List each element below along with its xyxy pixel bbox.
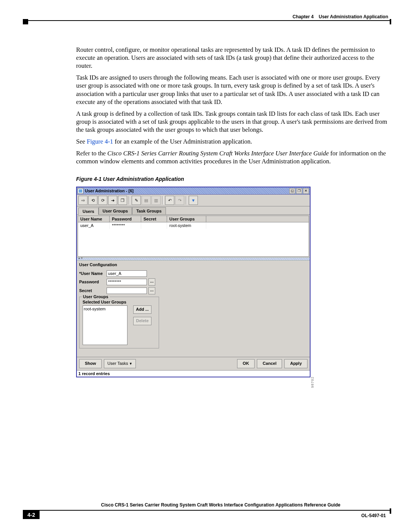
panel-title: User Configuration	[79, 261, 307, 269]
filter-icon[interactable]: ▼	[189, 196, 198, 205]
label-secret: Secret	[79, 288, 107, 293]
refresh-icon[interactable]: ⟲	[88, 196, 97, 205]
apply-button[interactable]: Apply	[284, 359, 307, 368]
window-title: User Administration - [6]	[85, 188, 134, 193]
tab-bar: Users User Groups Task Groups	[77, 206, 310, 215]
delete-icon[interactable]: ▥	[151, 196, 161, 205]
figure-caption: Figure 4-1 User Administration Applicati…	[76, 176, 388, 183]
config-panel: User Configuration *User Name user_A Pas…	[77, 260, 310, 351]
app-window: User Administration - [6] ◱ ❐ ✕ ⇨ ⟲ ⟳ ➔ …	[76, 187, 311, 377]
secret-field[interactable]	[107, 288, 147, 294]
close-icon[interactable]: ✕	[303, 188, 309, 194]
tab-user-groups[interactable]: User Groups	[99, 207, 132, 214]
tab-users[interactable]: Users	[78, 208, 99, 215]
header-title: User Administration Application	[319, 14, 388, 19]
password-field[interactable]: ********	[107, 279, 147, 285]
col-username[interactable]: User Name	[78, 216, 110, 222]
cell-username: user_A	[78, 222, 110, 228]
edit-icon[interactable]: ▤	[142, 196, 151, 205]
list-item[interactable]: root-system	[84, 306, 126, 312]
minimize-icon[interactable]: ◱	[289, 188, 295, 194]
new-icon[interactable]: ✎	[132, 196, 141, 205]
action-bar: Show User Tasks OK Cancel Apply	[77, 357, 310, 370]
window-icon	[78, 188, 83, 194]
label-username: *User Name	[79, 271, 107, 276]
redo-icon[interactable]: ↷	[175, 196, 184, 205]
figure-ref-link[interactable]: Figure 4-1	[87, 138, 113, 145]
page-number-badge: 4-2	[23, 511, 40, 519]
para-4: See Figure 4-1 for an example of the Use…	[76, 137, 388, 145]
fieldset-legend: User Groups	[82, 294, 110, 299]
header-square	[23, 19, 28, 24]
cell-usergroups: root-system	[167, 222, 206, 228]
add-button[interactable]: Add ...	[133, 305, 151, 314]
table-row[interactable]: user_A ******** root-system	[78, 222, 309, 228]
users-table: User Name Password Secret User Groups us…	[78, 216, 309, 256]
para-2: Task IDs are assigned to users through t…	[76, 73, 388, 105]
figure-number: 98702	[310, 377, 315, 388]
col-secret[interactable]: Secret	[141, 216, 167, 222]
window-titlebar: User Administration - [6] ◱ ❐ ✕	[77, 187, 310, 195]
splitter-handle[interactable]	[77, 257, 310, 260]
show-button[interactable]: Show	[79, 359, 102, 368]
cancel-button[interactable]: Cancel	[257, 359, 282, 368]
status-bar: 1 record entries	[77, 370, 310, 377]
header-bar-right	[390, 19, 391, 24]
maximize-icon[interactable]: ❐	[296, 188, 302, 194]
table-header: User Name Password Secret User Groups	[78, 216, 309, 222]
body-text: Router control, configure, or monitor op…	[76, 46, 388, 377]
para-5: Refer to the Cisco CRS-1 Series Carrier …	[76, 149, 388, 165]
user-tasks-dropdown[interactable]: User Tasks	[104, 359, 136, 368]
book-title: Cisco CRS-1 Series Carrier Routing Syste…	[107, 150, 329, 157]
toolbar: ⇨ ⟲ ⟳ ➔ ❐ ✎ ▤ ▥ ↶ ↷ ▼	[77, 195, 310, 206]
chapter-label: Chapter 4	[293, 14, 314, 19]
undo-icon[interactable]: ↶	[165, 196, 174, 205]
selected-groups-listbox[interactable]: root-system	[83, 305, 127, 345]
running-header: Chapter 4 User Administration Applicatio…	[293, 14, 388, 19]
username-field[interactable]: user_A	[107, 270, 147, 277]
para-1: Router control, configure, or monitor op…	[76, 46, 388, 70]
para-3: A task group is defined by a collection …	[76, 110, 388, 134]
commit-icon[interactable]: ⇨	[78, 196, 88, 205]
cell-password: ********	[110, 222, 141, 228]
selected-groups-label: Selected User Groups	[83, 299, 156, 305]
password-more-button[interactable]: …	[148, 278, 155, 286]
doc-id: OL-5497-01	[361, 513, 386, 518]
table-empty-area	[78, 229, 309, 256]
footer-rule	[23, 510, 391, 511]
tab-task-groups[interactable]: Task Groups	[132, 207, 166, 214]
copy-icon[interactable]: ❐	[118, 196, 127, 205]
cell-secret	[141, 222, 167, 228]
forward-icon[interactable]: ➔	[108, 196, 117, 205]
header-rule	[23, 20, 391, 21]
footer-bar-right	[390, 508, 391, 514]
delete-button[interactable]: Delete	[133, 317, 151, 325]
ok-button[interactable]: OK	[237, 359, 255, 368]
label-password: Password	[79, 279, 107, 284]
refresh-all-icon[interactable]: ⟳	[98, 196, 107, 205]
footer-title: Cisco CRS-1 Series Carrier Routing Syste…	[53, 502, 388, 508]
col-usergroups[interactable]: User Groups	[167, 216, 206, 222]
secret-more-button[interactable]: …	[148, 287, 155, 294]
user-groups-fieldset: User Groups Selected User Groups root-sy…	[79, 297, 159, 348]
page: Chapter 4 User Administration Applicatio…	[0, 0, 411, 532]
col-password[interactable]: Password	[110, 216, 141, 222]
